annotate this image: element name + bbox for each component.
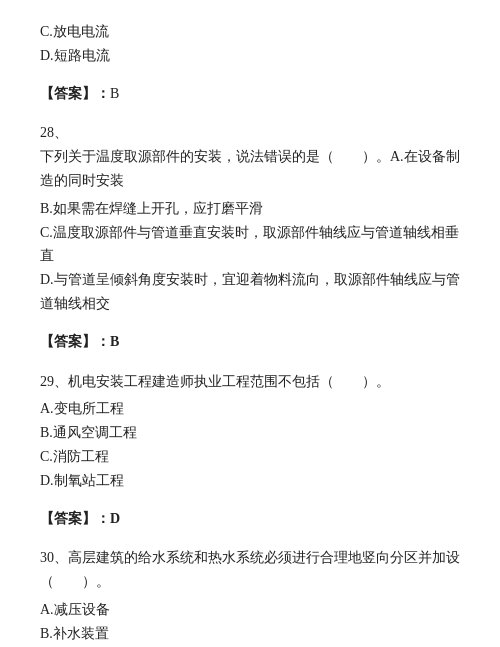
q30-block: 30、高层建筑的给水系统和热水系统必须进行合理地竖向分区并加设（ ）。 A.减压… bbox=[40, 546, 460, 647]
q28-answer-block: 【答案】：B bbox=[40, 330, 460, 354]
q28-answer-label: 【答案】：B bbox=[40, 334, 119, 349]
q27-answer-block: 【答案】：B bbox=[40, 82, 460, 106]
q29-option-c: C.消防工程 bbox=[40, 445, 460, 469]
q30-option-b: B.补水装置 bbox=[40, 622, 460, 646]
q27-option-c: C.放电电流 bbox=[40, 20, 460, 44]
q28-text: 28、 下列关于温度取源部件的安装，说法错误的是（ ）。A.在设备制造的同时安装 bbox=[40, 121, 460, 192]
q27-option-d: D.短路电流 bbox=[40, 44, 460, 68]
q27-answer-value: B bbox=[110, 86, 119, 101]
q29-option-a: A.变电所工程 bbox=[40, 397, 460, 421]
q29-option-d: D.制氧站工程 bbox=[40, 469, 460, 493]
q29-answer-block: 【答案】：D bbox=[40, 507, 460, 531]
q29-text: 29、机电安装工程建造师执业工程范围不包括（ ）。 bbox=[40, 370, 460, 394]
q28-option-c: C.温度取源部件与管道垂直安装时，取源部件轴线应与管道轴线相垂直 bbox=[40, 221, 460, 269]
q28-option-b: B.如果需在焊缝上开孔，应打磨平滑 bbox=[40, 197, 460, 221]
q27-answer-label: 【答案】： bbox=[40, 86, 110, 101]
q29-block: 29、机电安装工程建造师执业工程范围不包括（ ）。 A.变电所工程 B.通风空调… bbox=[40, 370, 460, 493]
q28-block: 28、 下列关于温度取源部件的安装，说法错误的是（ ）。A.在设备制造的同时安装… bbox=[40, 121, 460, 315]
q30-text: 30、高层建筑的给水系统和热水系统必须进行合理地竖向分区并加设（ ）。 bbox=[40, 546, 460, 594]
q29-option-b: B.通风空调工程 bbox=[40, 421, 460, 445]
q28-option-d: D.与管道呈倾斜角度安装时，宜迎着物料流向，取源部件轴线应与管道轴线相交 bbox=[40, 268, 460, 316]
q27-tail: C.放电电流 D.短路电流 bbox=[40, 20, 460, 68]
q29-answer-label: 【答案】：D bbox=[40, 511, 120, 526]
q30-option-a: A.减压设备 bbox=[40, 598, 460, 622]
